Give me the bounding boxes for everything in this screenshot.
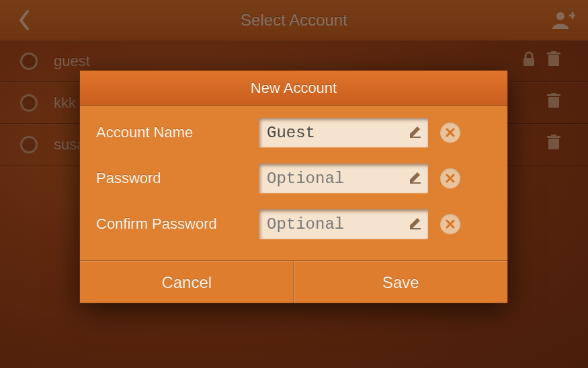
close-icon <box>446 128 455 137</box>
input-wrap <box>259 209 428 239</box>
edit-icon <box>408 170 423 187</box>
svg-rect-11 <box>410 137 421 138</box>
account-name-label: Account Name <box>96 124 259 141</box>
clear-password-button[interactable] <box>440 168 460 188</box>
svg-rect-12 <box>410 182 421 184</box>
input-wrap <box>259 163 428 193</box>
dialog-title: New Account <box>80 71 507 106</box>
edit-icon <box>408 215 423 233</box>
dialog-body: Account Name Password <box>80 106 507 261</box>
clear-confirm-password-button[interactable] <box>440 214 460 234</box>
confirm-password-input[interactable] <box>259 209 428 239</box>
password-label: Password <box>96 170 259 187</box>
edit-icon <box>408 124 423 141</box>
new-account-dialog: New Account Account Name Password <box>79 70 508 303</box>
password-field: Password <box>96 163 491 193</box>
save-button[interactable]: Save <box>294 261 508 303</box>
confirm-password-label: Confirm Password <box>96 215 259 233</box>
cancel-button[interactable]: Cancel <box>80 261 294 303</box>
svg-rect-13 <box>410 228 421 229</box>
close-icon <box>446 219 455 229</box>
clear-account-name-button[interactable] <box>440 122 460 143</box>
input-wrap <box>259 118 428 147</box>
dialog-footer: Cancel Save <box>80 261 507 303</box>
account-name-field: Account Name <box>96 118 491 147</box>
password-input[interactable] <box>259 163 428 193</box>
account-name-input[interactable] <box>259 118 428 147</box>
close-icon <box>446 174 455 183</box>
confirm-password-field: Confirm Password <box>96 209 491 239</box>
